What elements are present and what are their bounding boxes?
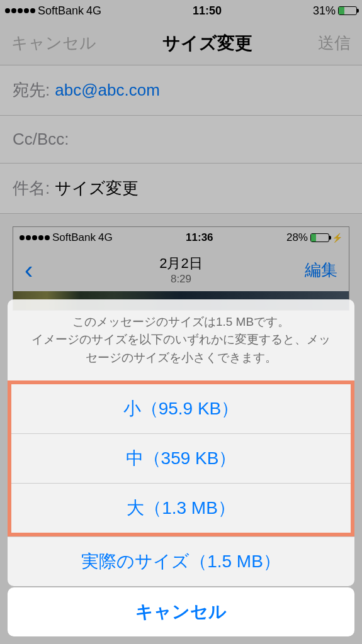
- highlight-annotation: 小（95.9 KB） 中（359 KB） 大（1.3 MB）: [8, 380, 354, 536]
- size-large-button[interactable]: 大（1.3 MB）: [11, 483, 351, 533]
- sheet-message: このメッセージのサイズは1.5 MBです。 イメージのサイズを以下のいずれかに変…: [8, 299, 354, 381]
- size-actual-button[interactable]: 実際のサイズ（1.5 MB）: [8, 536, 354, 586]
- size-medium-button[interactable]: 中（359 KB）: [11, 433, 351, 483]
- sheet-cancel-button[interactable]: キャンセル: [8, 587, 354, 636]
- size-small-button[interactable]: 小（95.9 KB）: [11, 384, 351, 433]
- action-sheet: このメッセージのサイズは1.5 MBです。 イメージのサイズを以下のいずれかに変…: [0, 293, 362, 645]
